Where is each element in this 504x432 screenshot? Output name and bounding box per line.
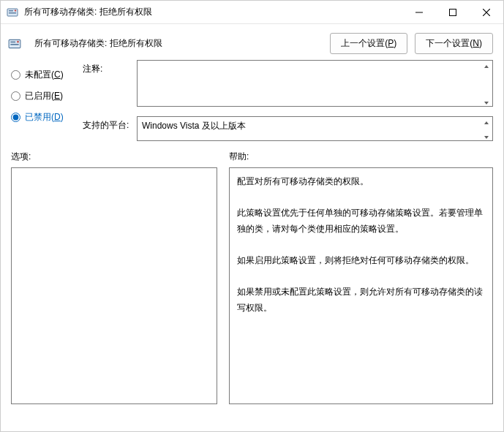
radio-not-configured-input[interactable] [11, 70, 20, 80]
svg-rect-8 [10, 44, 18, 45]
radio-enabled[interactable]: 已启用(E) [11, 90, 83, 102]
state-radio-group: 未配置(C) 已启用(E) 已禁用(D) [11, 60, 83, 143]
help-panel: 配置对所有可移动存储类的权限。 此策略设置优先于任何单独的可移动存储策略设置。若… [229, 167, 493, 404]
radio-disabled[interactable]: 已禁用(D) [11, 111, 83, 124]
previous-setting-button[interactable]: 上一个设置(P) [330, 33, 407, 54]
radio-not-configured-label: 未配置(C) [25, 69, 64, 81]
policy-icon [7, 7, 18, 18]
svg-point-3 [15, 10, 16, 11]
help-paragraph: 如果禁用或未配置此策略设置，则允许对所有可移动存储类的读写权限。 [237, 284, 485, 316]
window-title: 所有可移动存储类: 拒绝所有权限 [24, 6, 402, 18]
radio-enabled-input[interactable] [11, 91, 20, 101]
svg-rect-4 [415, 12, 423, 12]
radio-not-configured[interactable]: 未配置(C) [11, 69, 83, 81]
header-row: 所有可移动存储类: 拒绝所有权限 上一个设置(P) 下一个设置(N) [1, 24, 503, 58]
options-label: 选项: [11, 151, 217, 163]
policy-title: 所有可移动存储类: 拒绝所有权限 [34, 37, 321, 50]
radio-enabled-label: 已启用(E) [25, 90, 63, 102]
config-area: 未配置(C) 已启用(E) 已禁用(D) 注释: 支持的平台: [1, 58, 503, 143]
radio-disabled-label: 已禁用(D) [25, 111, 64, 124]
maximize-button[interactable] [436, 1, 470, 23]
close-button[interactable] [470, 1, 503, 23]
minimize-button[interactable] [402, 1, 436, 23]
svg-rect-1 [9, 10, 13, 12]
help-paragraph: 配置对所有可移动存储类的权限。 [237, 174, 485, 190]
svg-rect-2 [9, 12, 16, 14]
help-paragraph: 此策略设置优先于任何单独的可移动存储策略设置。若要管理单独的类，请对每个类使用相… [237, 205, 485, 237]
help-paragraph: 如果启用此策略设置，则将拒绝对任何可移动存储类的权限。 [237, 253, 485, 269]
options-panel [11, 167, 217, 404]
comment-label: 注释: [83, 60, 137, 75]
window-buttons [402, 1, 503, 23]
svg-point-9 [17, 40, 19, 42]
policy-icon [8, 37, 21, 50]
platform-label: 支持的平台: [83, 116, 137, 132]
comment-textarea[interactable] [137, 60, 493, 107]
help-label: 帮助: [229, 151, 493, 163]
platform-textarea [137, 116, 493, 141]
next-setting-button[interactable]: 下一个设置(N) [415, 33, 493, 54]
lower-panels: 选项: 帮助: 配置对所有可移动存储类的权限。 此策略设置优先于任何单独的可移动… [1, 143, 503, 410]
svg-rect-5 [450, 9, 456, 15]
svg-rect-7 [10, 41, 15, 42]
titlebar: 所有可移动存储类: 拒绝所有权限 [1, 1, 503, 24]
radio-disabled-input[interactable] [11, 113, 20, 122]
